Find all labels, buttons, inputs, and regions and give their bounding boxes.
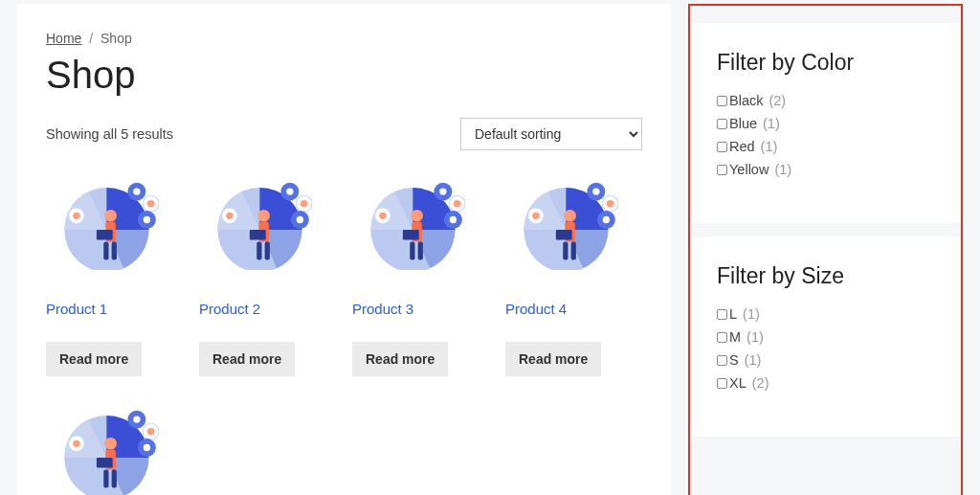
- filter-size-option[interactable]: L (1): [717, 306, 934, 322]
- page-title: Shop: [46, 54, 642, 97]
- filter-option-label: S: [729, 352, 739, 368]
- filter-option-count: (1): [761, 139, 778, 154]
- read-more-button[interactable]: Read more: [199, 342, 295, 376]
- product-grid: Product 1 Read more Product 2 Read more …: [46, 169, 642, 495]
- filter-color-list: Black (2) Blue (1) Red (1) Yellow (1): [717, 93, 934, 177]
- product-image[interactable]: [212, 169, 312, 270]
- filter-option-count: (1): [746, 329, 764, 345]
- filter-size-option[interactable]: M (1): [717, 329, 934, 345]
- read-more-button[interactable]: Read more: [46, 342, 142, 376]
- checkbox-icon: [717, 142, 727, 152]
- product-title-link[interactable]: Product 2: [199, 301, 323, 317]
- product-card: Product 3 Read more: [352, 169, 477, 376]
- product-card: Product 5 Read more: [46, 397, 170, 495]
- filter-option-count: (1): [774, 162, 791, 177]
- checkbox-icon: [717, 378, 727, 389]
- filter-size-list: L (1) M (1) S (1) XL (2): [717, 306, 934, 391]
- result-count: Showing all 5 results: [46, 126, 173, 142]
- filter-option-label: Black: [729, 93, 763, 108]
- product-card: Product 4 Read more: [505, 169, 630, 376]
- checkbox-icon: [717, 96, 727, 106]
- checkbox-icon: [717, 355, 727, 366]
- checkbox-icon: [717, 165, 727, 175]
- breadcrumb-current: Shop: [100, 31, 132, 46]
- filter-color-option[interactable]: Yellow (1): [717, 162, 934, 177]
- filter-size-option[interactable]: XL (2): [717, 375, 934, 391]
- filter-color-widget: Filter by Color Black (2) Blue (1) Red (…: [688, 23, 963, 223]
- checkbox-icon: [717, 119, 727, 129]
- sidebar: Filter by Color Black (2) Blue (1) Red (…: [688, 4, 963, 495]
- filter-color-option[interactable]: Blue (1): [717, 116, 934, 131]
- filter-option-count: (1): [743, 306, 760, 322]
- product-card: Product 2 Read more: [199, 169, 323, 376]
- product-title-link[interactable]: Product 1: [46, 301, 170, 317]
- filter-option-count: (2): [768, 93, 786, 108]
- read-more-button[interactable]: Read more: [505, 342, 601, 376]
- filter-option-count: (1): [745, 352, 762, 368]
- product-title-link[interactable]: Product 4: [505, 301, 630, 317]
- read-more-button[interactable]: Read more: [352, 342, 448, 376]
- filter-color-title: Filter by Color: [717, 50, 934, 76]
- product-image[interactable]: [58, 169, 159, 270]
- breadcrumb-home[interactable]: Home: [46, 31, 81, 46]
- breadcrumb-separator: /: [89, 31, 93, 46]
- product-title-link[interactable]: Product 3: [352, 301, 477, 317]
- filter-option-label: Red: [729, 139, 755, 154]
- filter-size-title: Filter by Size: [717, 263, 934, 289]
- filter-option-label: M: [729, 329, 741, 345]
- product-image[interactable]: [365, 169, 465, 270]
- main-content: Home / Shop Shop Showing all 5 results D…: [17, 4, 671, 495]
- filter-size-widget: Filter by Size L (1) M (1) S (1) XL (2): [688, 236, 963, 437]
- filter-color-option[interactable]: Black (2): [717, 93, 934, 108]
- filter-size-option[interactable]: S (1): [717, 352, 934, 368]
- sort-select[interactable]: Default sorting: [460, 118, 642, 150]
- product-image[interactable]: [518, 169, 618, 270]
- filter-option-label: Blue: [729, 116, 757, 131]
- breadcrumb: Home / Shop: [46, 31, 642, 46]
- checkbox-icon: [717, 332, 727, 343]
- filter-option-label: L: [729, 306, 737, 322]
- filter-option-label: XL: [729, 375, 746, 391]
- filter-option-label: Yellow: [729, 162, 768, 177]
- product-toolbar: Showing all 5 results Default sorting: [46, 118, 642, 150]
- filter-option-count: (1): [763, 116, 780, 131]
- product-card: Product 1 Read more: [46, 169, 170, 376]
- filter-option-count: (2): [752, 375, 769, 391]
- filter-color-option[interactable]: Red (1): [717, 139, 934, 154]
- checkbox-icon: [717, 309, 727, 320]
- product-image[interactable]: [58, 397, 159, 495]
